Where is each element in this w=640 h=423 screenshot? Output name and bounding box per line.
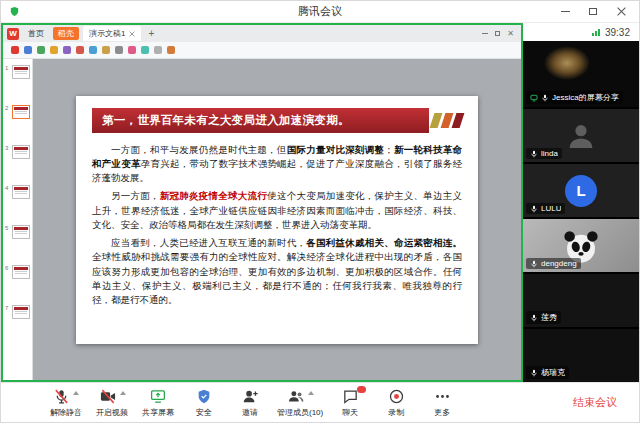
slide-thumbnail[interactable]: 4 (5, 185, 30, 199)
close-tab-icon[interactable] (129, 31, 135, 37)
app-title: 腾讯会议 (1, 4, 639, 19)
ribbon-icon[interactable] (128, 46, 136, 54)
participant-tile-screen-share[interactable]: Jessica的屏幕分享 (523, 41, 639, 107)
close-button[interactable] (607, 1, 635, 22)
tool-label: 解除静音 (50, 407, 82, 418)
panel-header: 39:32 (523, 23, 639, 41)
tool-label: 共享屏幕 (142, 407, 174, 418)
invite-person-icon (242, 388, 259, 405)
minimize-button[interactable] (551, 1, 579, 22)
thumbnail-preview (12, 305, 30, 319)
slide-thumbnail[interactable]: 7 (5, 305, 30, 319)
thumbnail-preview (12, 185, 30, 199)
participant-tile[interactable]: L LULU (523, 164, 639, 217)
video-tiles: Jessica的屏幕分享 linda L (523, 41, 639, 382)
record-icon (388, 388, 405, 405)
record-button[interactable]: 录制 (373, 385, 419, 421)
security-button[interactable]: 安全 (181, 385, 227, 421)
more-dots-icon (434, 388, 451, 405)
more-button[interactable]: 更多 (419, 385, 465, 421)
wps-minimize-icon[interactable] (482, 33, 488, 34)
thumbnail-number: 1 (5, 65, 10, 79)
thumbnail-number: 4 (5, 185, 10, 199)
meeting-timer: 39:32 (605, 27, 630, 38)
ribbon-icon[interactable] (11, 46, 19, 54)
ribbon-icon[interactable] (154, 46, 162, 54)
paragraph-1: 一方面，和平与发展仍然是时代主题，但国际力量对比深刻调整；新一轮科技革命和产业变… (92, 143, 462, 186)
share-screen-icon (149, 388, 167, 405)
participant-name: 莲秀 (541, 312, 557, 323)
wps-workspace: 1 2 3 4 5 6 7 第一，世界百年未有之大变局进入加速演变期。 (3, 59, 521, 380)
mic-icon (530, 369, 538, 377)
slide-thumbnail[interactable]: 6 (5, 265, 30, 279)
maximize-button[interactable] (579, 1, 607, 22)
ribbon-icon[interactable] (167, 46, 175, 54)
text-run: ； (384, 144, 394, 155)
start-video-button[interactable]: 开启视频 (89, 385, 135, 421)
camera-off-icon (99, 388, 117, 405)
ribbon-icon[interactable] (76, 46, 84, 54)
unmute-button[interactable]: 解除静音 (43, 385, 89, 421)
wps-close-icon[interactable]: ✕ (507, 31, 514, 37)
paragraph-2: 另一方面，新冠肺炎疫情全球大流行使这个大变局加速变化，保护主义、单边主义上升，世… (92, 189, 462, 232)
share-screen-button[interactable]: 共享屏幕 (135, 385, 181, 421)
slide-thumbnail-panel: 1 2 3 4 5 6 7 (3, 59, 33, 380)
members-icon (287, 388, 305, 405)
participant-name: Jessica的屏幕分享 (552, 92, 619, 103)
wps-logo[interactable]: W (7, 28, 19, 40)
invite-button[interactable]: 邀请 (227, 385, 273, 421)
shared-screen-region: W 首页 稻壳 演示文稿1 + ✕ (1, 23, 523, 382)
participant-tile[interactable]: 莲秀 (523, 274, 639, 327)
thumbnail-preview (12, 225, 30, 239)
ribbon-icon[interactable] (89, 46, 97, 54)
new-tab-button[interactable]: + (145, 28, 157, 39)
slide-thumbnail[interactable]: 3 (5, 145, 30, 159)
chevron-up-icon[interactable] (120, 391, 126, 395)
participant-label: dengdeng (526, 258, 581, 269)
slide-title: 第一，世界百年未有之大变局进入加速演变期。 (102, 113, 350, 128)
mic-icon (541, 94, 549, 102)
participant-tile[interactable]: dengdeng (523, 219, 639, 272)
ribbon-icon[interactable] (63, 46, 71, 54)
ribbon-icon[interactable] (24, 46, 32, 54)
text-run-red-bold: 新冠肺炎疫情全球大流行 (160, 190, 267, 201)
thumbnail-preview (12, 145, 30, 159)
manage-members-button[interactable]: 管理成员(10) (273, 385, 327, 421)
slide-body-text: 一方面，和平与发展仍然是时代主题，但国际力量对比深刻调整；新一轮科技革命和产业变… (92, 143, 462, 308)
wps-window-controls: ✕ (482, 31, 517, 37)
chat-button[interactable]: 聊天 (327, 385, 373, 421)
slide-thumbnail[interactable]: 1 (5, 65, 30, 79)
slide-thumbnail[interactable]: 5 (5, 225, 30, 239)
participant-label: linda (526, 148, 562, 159)
tool-label: 聊天 (342, 407, 358, 418)
slide-thumbnail-selected[interactable]: 2 (5, 105, 30, 119)
participant-label: 莲秀 (526, 311, 561, 324)
titlebar: 腾讯会议 (1, 1, 639, 23)
chevron-up-icon[interactable] (73, 391, 79, 395)
mic-icon (530, 205, 538, 213)
wps-home-tab[interactable]: 首页 (23, 27, 49, 40)
text-run: 应当看到，人类已经进入互联互通的新时代， (111, 237, 306, 248)
participants-panel: 39:32 Jessica的屏幕分享 (523, 23, 639, 382)
thumbnail-preview (12, 105, 30, 119)
mic-icon (530, 260, 538, 268)
ribbon-icon[interactable] (102, 46, 110, 54)
text-run-bold: 各国利益休戚相关、命运紧密相连。 (306, 237, 462, 248)
wps-document-tab[interactable]: 演示文稿1 (83, 26, 141, 41)
video-frame (544, 46, 590, 80)
chevron-up-icon[interactable] (308, 391, 314, 395)
thumbnail-preview (12, 265, 30, 279)
wps-maximize-icon[interactable] (495, 31, 500, 36)
mic-icon (530, 150, 538, 158)
wps-template-tab[interactable]: 稻壳 (53, 27, 79, 40)
tencent-meeting-window: 腾讯会议 W 首页 稻壳 演示文稿1 + ✕ (0, 0, 640, 423)
participant-tile[interactable]: linda (523, 109, 639, 162)
ribbon-icon[interactable] (141, 46, 149, 54)
ribbon-icon[interactable] (50, 46, 58, 54)
mic-icon (530, 314, 538, 322)
ribbon-icon[interactable] (37, 46, 45, 54)
ribbon-icon[interactable] (115, 46, 123, 54)
network-signal-icon (592, 29, 600, 36)
participant-tile[interactable]: 杨瑞克 (523, 329, 639, 382)
end-meeting-button[interactable]: 结束会议 (563, 389, 627, 416)
